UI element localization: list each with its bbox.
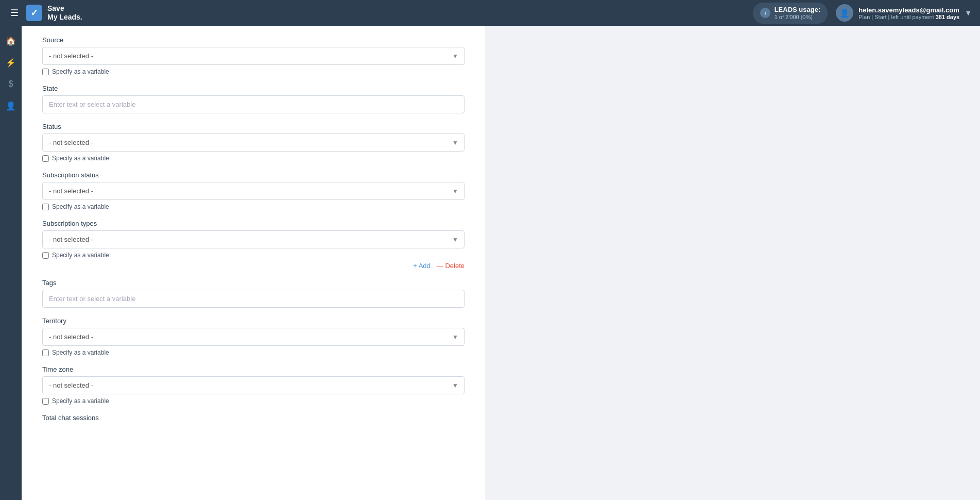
leads-usage-widget: i LEADS usage: 1 of 2'000 (0%) [753, 3, 828, 24]
subscription-types-group: Subscription types - not selected - ▼ Sp… [42, 220, 465, 270]
user-info: 👤 helen.savemyleads@gmail.com Plan | Sta… [836, 4, 972, 22]
delete-button[interactable]: — Delete [437, 262, 465, 270]
status-label: Status [42, 123, 465, 130]
subscription-status-specify-checkbox[interactable] [42, 204, 49, 210]
subscription-status-select-wrapper: - not selected - ▼ [42, 182, 465, 200]
brand-name: Save My Leads. [47, 4, 82, 22]
main-layout: 🏠 ⚡ $ 👤 Source - not selected - ▼ Specif… [0, 26, 980, 500]
state-label: State [42, 85, 465, 92]
info-icon: i [760, 8, 770, 18]
leads-usage-text: LEADS usage: 1 of 2'000 (0%) [775, 6, 821, 21]
status-specify-checkbox[interactable] [42, 155, 49, 162]
hamburger-button[interactable]: ☰ [8, 5, 21, 21]
tags-group: Tags [42, 279, 465, 308]
status-group: Status - not selected - ▼ Specify as a v… [42, 123, 465, 162]
top-navigation: ☰ ✓ Save My Leads. i LEADS usage: 1 of 2… [0, 0, 980, 26]
right-panel [485, 26, 691, 500]
user-menu-chevron[interactable]: ▼ [965, 9, 972, 17]
subscription-types-select-wrapper: - not selected - ▼ [42, 230, 465, 248]
nav-right: i LEADS usage: 1 of 2'000 (0%) 👤 helen.s… [753, 3, 972, 24]
subscription-status-label: Subscription status [42, 171, 465, 179]
nav-left: ☰ ✓ Save My Leads. [8, 4, 82, 22]
logo-box: ✓ [26, 5, 42, 21]
content-area: Source - not selected - ▼ Specify as a v… [22, 26, 980, 500]
source-select[interactable]: - not selected - [42, 47, 465, 65]
sidebar: 🏠 ⚡ $ 👤 [0, 26, 22, 500]
time-zone-select-wrapper: - not selected - ▼ [42, 376, 465, 394]
logo-icon: ✓ [30, 7, 38, 19]
avatar: 👤 [836, 4, 853, 22]
state-input[interactable] [42, 95, 465, 113]
source-group: Source - not selected - ▼ Specify as a v… [42, 36, 465, 75]
territory-group: Territory - not selected - ▼ Specify as … [42, 317, 465, 356]
subscription-types-select[interactable]: - not selected - [42, 230, 465, 248]
total-chat-sessions-group: Total chat sessions [42, 414, 465, 422]
territory-specify-checkbox[interactable] [42, 349, 49, 356]
sidebar-item-home[interactable]: 🏠 [2, 32, 20, 49]
territory-specify-variable[interactable]: Specify as a variable [42, 349, 465, 356]
source-label: Source [42, 36, 465, 44]
subscription-types-label: Subscription types [42, 220, 465, 227]
tags-input[interactable] [42, 290, 465, 308]
sidebar-item-integrations[interactable]: ⚡ [2, 54, 20, 71]
total-chat-sessions-label: Total chat sessions [42, 414, 465, 422]
source-specify-checkbox[interactable] [42, 69, 49, 75]
user-plan: Plan | Start | left until payment 381 da… [858, 14, 959, 20]
time-zone-group: Time zone - not selected - ▼ Specify as … [42, 365, 465, 405]
territory-select-wrapper: - not selected - ▼ [42, 328, 465, 346]
territory-select[interactable]: - not selected - [42, 328, 465, 346]
subscription-status-specify-variable[interactable]: Specify as a variable [42, 203, 465, 210]
time-zone-specify-checkbox[interactable] [42, 398, 49, 405]
status-select-wrapper: - not selected - ▼ [42, 134, 465, 152]
subscription-status-select[interactable]: - not selected - [42, 182, 465, 200]
user-details: helen.savemyleads@gmail.com Plan | Start… [858, 6, 959, 20]
time-zone-select[interactable]: - not selected - [42, 376, 465, 394]
sidebar-item-billing[interactable]: $ [2, 75, 20, 93]
status-select[interactable]: - not selected - [42, 134, 465, 152]
time-zone-specify-variable[interactable]: Specify as a variable [42, 397, 465, 405]
tags-label: Tags [42, 279, 465, 287]
subscription-types-specify-checkbox[interactable] [42, 252, 49, 259]
status-specify-variable[interactable]: Specify as a variable [42, 155, 465, 162]
source-select-wrapper: - not selected - ▼ [42, 47, 465, 65]
state-group: State [42, 85, 465, 113]
subscription-types-actions: + Add — Delete [42, 262, 465, 270]
subscription-status-group: Subscription status - not selected - ▼ S… [42, 171, 465, 210]
user-email: helen.savemyleads@gmail.com [858, 6, 959, 14]
subscription-types-specify-variable[interactable]: Specify as a variable [42, 252, 465, 259]
territory-label: Territory [42, 317, 465, 325]
add-button[interactable]: + Add [413, 262, 431, 270]
source-specify-variable[interactable]: Specify as a variable [42, 68, 465, 75]
time-zone-label: Time zone [42, 365, 465, 373]
main-panel: Source - not selected - ▼ Specify as a v… [22, 26, 485, 500]
sidebar-item-account[interactable]: 👤 [2, 97, 20, 114]
